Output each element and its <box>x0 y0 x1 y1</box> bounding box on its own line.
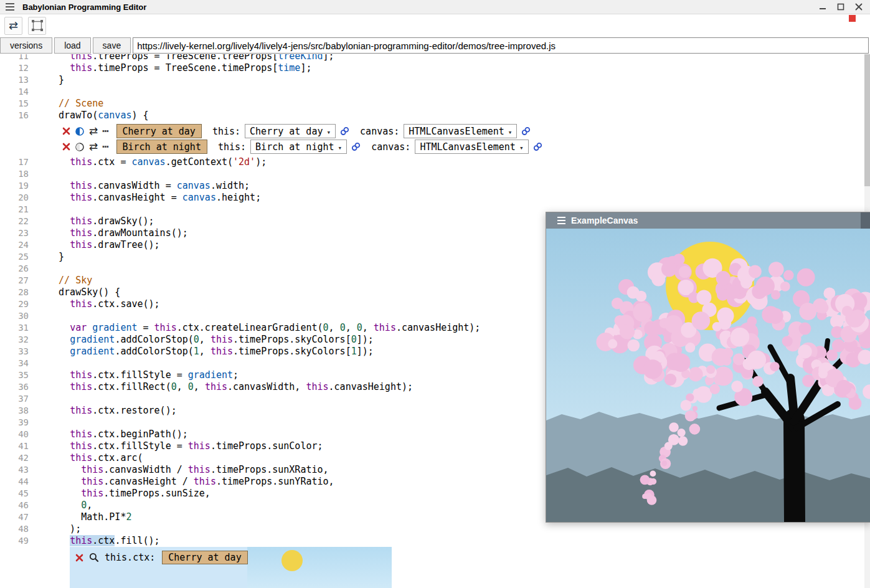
code-line[interactable]: 18 <box>0 168 870 180</box>
line-number: 21 <box>0 204 29 216</box>
line-number: 18 <box>0 168 29 180</box>
scrollbar-thumb[interactable] <box>864 54 870 186</box>
line-number: 19 <box>0 180 29 192</box>
line-number: 28 <box>0 287 29 298</box>
line-number: 22 <box>0 216 29 227</box>
line-number: 33 <box>0 346 29 358</box>
canvas-label: canvas: <box>360 126 399 137</box>
trace-example-button[interactable]: ⇄ <box>89 141 98 152</box>
line-number: 38 <box>0 405 29 417</box>
example-toggle-icon[interactable] <box>75 126 85 136</box>
link-icon[interactable] <box>351 142 361 151</box>
code-line[interactable]: 13 } <box>0 74 870 86</box>
example-canvas-window: ExampleCanvas <box>546 212 870 523</box>
maximize-icon[interactable] <box>837 3 844 11</box>
app-titlebar[interactable]: Babylonian Programming Editor <box>0 0 870 14</box>
canvas-label: canvas: <box>371 141 410 153</box>
swap-arrows-button[interactable]: ⇄ <box>4 17 22 35</box>
canvas-value-dropdown[interactable]: HTMLCanvasElement <box>415 140 528 154</box>
line-number: 25 <box>0 251 29 263</box>
swap-arrows-icon: ⇄ <box>89 126 98 136</box>
chevron-down-icon <box>326 126 331 137</box>
versions-button[interactable]: versions <box>0 37 52 54</box>
magnifier-icon[interactable] <box>89 552 99 562</box>
code-line[interactable]: 11 this.treeProps = TreeScene.treeProps[… <box>0 54 870 62</box>
chevron-down-icon <box>338 141 343 153</box>
line-number: 17 <box>0 156 29 168</box>
line-number: 41 <box>0 440 29 452</box>
modified-indicator <box>849 15 856 22</box>
example-name-box[interactable]: Birch at night <box>116 140 207 154</box>
close-icon[interactable] <box>855 3 863 11</box>
code-line[interactable]: 12 this.timeProps = TreeScene.timeProps[… <box>0 62 870 74</box>
code-line[interactable]: 15 // Scene <box>0 98 870 110</box>
selection-bounds-icon <box>31 19 44 32</box>
dropdown-value: Cherry at day <box>250 126 323 137</box>
load-button[interactable]: load <box>54 37 90 54</box>
minimize-icon[interactable] <box>819 3 826 11</box>
menu-icon[interactable] <box>6 3 14 11</box>
swap-arrows-icon: ⇄ <box>89 141 98 152</box>
dropdown-value: HTMLCanvasElement <box>420 141 516 153</box>
this-label: this: <box>218 141 246 153</box>
delete-example-button[interactable] <box>62 127 70 135</box>
canvas-value-dropdown[interactable]: HTMLCanvasElement <box>404 124 517 138</box>
menu-icon[interactable] <box>557 217 565 224</box>
example-name-box[interactable]: Cherry at day <box>116 124 202 138</box>
line-number: 43 <box>0 464 29 476</box>
link-icon[interactable] <box>521 126 531 136</box>
line-number: 24 <box>0 239 29 251</box>
code-line[interactable]: 48 ); <box>0 523 870 535</box>
example-name-box[interactable]: Cherry at day <box>162 551 247 564</box>
probe-expression: this.ctx: <box>105 552 155 563</box>
line-number: 37 <box>0 393 29 405</box>
example-canvas-title: ExampleCanvas <box>571 216 638 225</box>
example-toggle-icon[interactable] <box>75 142 85 152</box>
swap-arrows-icon: ⇄ <box>9 20 18 31</box>
selection-bounds-button[interactable] <box>28 17 46 35</box>
line-number: 36 <box>0 381 29 393</box>
line-number: 14 <box>0 86 29 98</box>
line-number: 34 <box>0 358 29 369</box>
this-value-dropdown[interactable]: Birch at night <box>250 140 347 154</box>
delete-probe-button[interactable] <box>75 554 83 562</box>
example-canvas-titlebar[interactable]: ExampleCanvas <box>546 212 870 229</box>
line-number: 46 <box>0 500 29 511</box>
code-line[interactable]: 19 this.canvasWidth = canvas.width; <box>0 180 870 192</box>
more-options-icon[interactable]: ⋯ <box>102 141 109 152</box>
example-probe-row: ⇄ ⋯ Cherry at day this: Cherry at day ca… <box>0 123 870 139</box>
line-number: 47 <box>0 511 29 523</box>
line-number: 23 <box>0 227 29 239</box>
file-bar: versions load save <box>0 37 869 54</box>
line-number: 35 <box>0 369 29 381</box>
trace-example-button[interactable]: ⇄ <box>89 126 98 136</box>
line-number: 31 <box>0 322 29 334</box>
this-label: this: <box>212 126 240 137</box>
code-line[interactable]: 16 drawTo(canvas) { <box>0 110 870 121</box>
window-control-button[interactable] <box>861 212 870 229</box>
example-canvas <box>546 229 870 522</box>
app-title: Babylonian Programming Editor <box>22 2 146 12</box>
editor-toolbar: ⇄ <box>0 14 870 37</box>
line-number: 27 <box>0 275 29 287</box>
code-line[interactable]: 49 this.ctx.fill(); <box>0 535 870 547</box>
code-line[interactable]: 20 this.canvasHeight = canvas.height; <box>0 192 870 204</box>
line-number: 48 <box>0 523 29 535</box>
link-icon[interactable] <box>340 126 349 136</box>
line-number: 15 <box>0 98 29 110</box>
delete-example-button[interactable] <box>62 143 70 151</box>
line-number: 16 <box>0 110 29 121</box>
link-icon[interactable] <box>533 142 542 151</box>
code-line[interactable]: 14 <box>0 86 870 98</box>
dropdown-value: HTMLCanvasElement <box>409 126 504 137</box>
url-input[interactable] <box>133 37 869 54</box>
inline-probe-widget: this.ctx: Cherry at day <box>70 547 392 588</box>
code-line[interactable]: 17 this.ctx = canvas.getContext('2d'); <box>0 156 870 168</box>
line-number: 20 <box>0 192 29 204</box>
more-options-icon[interactable]: ⋯ <box>102 126 109 136</box>
this-value-dropdown[interactable]: Cherry at day <box>245 124 336 138</box>
line-number: 11 <box>0 54 29 62</box>
line-number: 12 <box>0 62 29 74</box>
save-button[interactable]: save <box>93 37 131 54</box>
dropdown-value: Birch at night <box>255 141 334 153</box>
